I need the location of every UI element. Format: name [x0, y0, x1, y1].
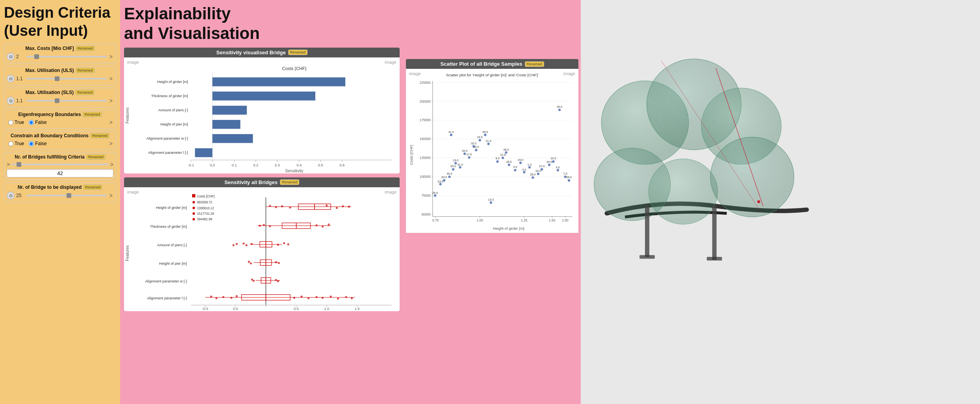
svg-point-89	[277, 244, 279, 245]
svg-text:394481.99: 394481.99	[197, 218, 212, 221]
svg-point-105	[253, 280, 255, 282]
svg-text:21.0: 21.0	[486, 139, 491, 143]
svg-point-41	[193, 218, 195, 220]
svg-point-100	[278, 262, 280, 264]
svg-text:24.0: 24.0	[477, 135, 483, 139]
chart1-image-left: image	[125, 58, 141, 66]
svg-point-222	[552, 160, 554, 163]
middle-panel: Explainabilityand Visualisation Sensitiv…	[120, 0, 404, 404]
nr-bridges-slider[interactable]	[11, 164, 109, 165]
svg-point-92	[236, 243, 238, 245]
svg-rect-29	[212, 120, 240, 129]
chart1-image-right: image	[382, 58, 399, 66]
svg-text:1.50: 1.50	[549, 218, 556, 222]
uls-spin-down[interactable]: ⊙	[7, 75, 15, 83]
svg-text:Height of girder [m]: Height of girder [m]	[493, 227, 524, 231]
max-costs-arrow[interactable]: >	[109, 53, 113, 60]
svg-point-121	[330, 295, 332, 297]
svg-text:0.6: 0.6	[339, 163, 345, 167]
svg-point-67	[289, 207, 291, 208]
svg-text:4.0: 4.0	[556, 166, 560, 169]
constrain-false-option[interactable]: False	[29, 141, 46, 146]
max-costs-label: Max. Costs [Mio CHF] Renamed	[7, 46, 113, 51]
max-util-uls-slider-row: ⊙ 1.1 >	[7, 75, 113, 83]
svg-text:28.0: 28.0	[530, 173, 535, 176]
svg-text:12.8: 12.8	[500, 153, 506, 157]
svg-text:1300610.12: 1300610.12	[197, 206, 214, 210]
svg-text:50000: 50000	[421, 212, 431, 216]
nr-bridge-display-group: Nr. of Bridge to be displayed Renamed ⊙ …	[4, 183, 116, 202]
sls-arrow[interactable]: >	[109, 98, 113, 104]
sensitivity-bridge-card: Sensitivity visualised Bridge Renamed im…	[124, 48, 400, 173]
svg-point-224	[568, 179, 570, 182]
svg-point-66	[281, 205, 283, 207]
svg-text:Alignment parameter w [-]: Alignment parameter w [-]	[145, 279, 187, 283]
sensitivity-bridge-header: Sensitivity visualised Bridge Renamed	[124, 48, 400, 57]
display-spin-down[interactable]: ⊙	[7, 192, 15, 199]
svg-text:39.0: 39.0	[482, 130, 488, 134]
svg-text:29.0: 29.0	[566, 175, 572, 179]
svg-point-68	[326, 205, 328, 207]
nr-bridges-left-arrow[interactable]: >	[7, 161, 10, 168]
constrain-true-option[interactable]: True	[8, 141, 24, 146]
svg-point-186	[484, 134, 486, 136]
eigenfreq-group: Eigenfrequency Boundaries Renamed True F…	[4, 110, 116, 129]
svg-point-82	[259, 225, 261, 227]
svg-text:41.0: 41.0	[448, 130, 454, 134]
svg-text:0.5: 0.5	[294, 307, 299, 311]
display-slider[interactable]	[26, 195, 107, 196]
svg-text:Alignment parameter l [-]: Alignment parameter l [-]	[147, 296, 187, 300]
nr-bridges-label: Nr. of Bridges fullfilling Criteria Rena…	[7, 154, 113, 160]
svg-text:31.0: 31.0	[458, 163, 463, 166]
svg-point-241	[757, 200, 760, 203]
svg-text:Features: Features	[125, 107, 130, 124]
renamed-badge-sls: Renamed	[75, 90, 94, 95]
scatter-svg: Scatter plot for 'Height of girder [m]' …	[406, 69, 578, 233]
nr-bridge-display-label: Nr. of Bridge to be displayed Renamed	[7, 184, 113, 190]
uls-slider[interactable]	[26, 78, 107, 79]
svg-text:Height of girder [m]: Height of girder [m]	[156, 205, 187, 209]
eigenfreq-true-option[interactable]: True	[8, 120, 24, 125]
max-costs-slider[interactable]	[26, 56, 107, 57]
constrain-arrow[interactable]: >	[109, 140, 113, 147]
sls-spin-down[interactable]: ⊙	[7, 97, 15, 105]
renamed-badge-bc: Renamed	[90, 133, 109, 138]
svg-point-104	[251, 279, 253, 280]
eigenfreq-false-option[interactable]: False	[29, 120, 46, 125]
svg-text:0.75: 0.75	[432, 218, 439, 222]
sls-slider[interactable]	[26, 100, 107, 101]
svg-point-218	[548, 164, 550, 166]
svg-point-78	[269, 225, 271, 227]
svg-text:Thickness of girder [m]: Thickness of girder [m]	[151, 94, 188, 98]
renamed-badge-nr: Renamed	[86, 154, 106, 160]
display-arrow[interactable]: >	[109, 192, 113, 199]
svg-point-200	[508, 164, 510, 166]
svg-text:13.0: 13.0	[488, 198, 494, 201]
svg-point-198	[505, 151, 507, 154]
section-title: Explainabilityand Visualisation	[124, 4, 400, 44]
svg-text:Height of pier [m]: Height of pier [m]	[160, 122, 188, 126]
svg-text:0.5: 0.5	[318, 163, 323, 167]
svg-rect-28	[212, 106, 247, 115]
svg-text:Amount of piers [-]: Amount of piers [-]	[158, 108, 188, 112]
svg-text:29.0: 29.0	[518, 158, 523, 162]
svg-point-97	[248, 261, 250, 263]
svg-rect-33	[192, 194, 195, 197]
svg-text:200000: 200000	[420, 100, 431, 103]
scatter-image-left: image	[407, 70, 423, 77]
svg-point-37	[193, 207, 195, 209]
eigenfreq-arrow[interactable]: >	[109, 119, 113, 125]
nr-bridges-right-arrow[interactable]: >	[110, 161, 113, 168]
sensitivity-bridge-renamed: Renamed	[288, 50, 308, 55]
sensitivity-all-card: Sensitivity all Bridges Renamed image im…	[124, 177, 400, 311]
svg-point-115	[236, 295, 238, 297]
svg-text:9.0: 9.0	[495, 157, 499, 160]
svg-text:100000: 100000	[420, 175, 431, 179]
svg-rect-30	[212, 134, 253, 143]
uls-arrow[interactable]: >	[109, 76, 113, 82]
max-costs-spin-down[interactable]: ⊙	[7, 53, 15, 61]
svg-point-114	[230, 297, 232, 299]
svg-point-72	[269, 205, 271, 207]
svg-point-111	[210, 295, 212, 297]
display-value: 25	[16, 193, 25, 198]
